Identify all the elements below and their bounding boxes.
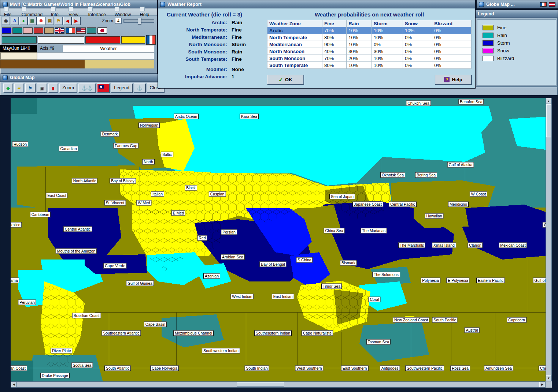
teal-swatch-2[interactable] (87, 27, 96, 34)
white-bar[interactable] (38, 36, 84, 44)
help-button[interactable]: ? Help (435, 75, 472, 85)
sea-zone-label-caspian[interactable]: Caspian (209, 191, 226, 197)
sea-zone-label-kara-sea[interactable]: Kara Sea (240, 114, 259, 119)
scroll-right-button[interactable]: ▶ (539, 382, 545, 387)
sea-zone-label-mendicino[interactable]: Mendicino (448, 202, 469, 207)
weather-report-titlebar[interactable]: Weather Report (158, 0, 475, 8)
sea-zone-label-peruvian[interactable]: Peruvian (18, 300, 36, 305)
table-row-south-monsoon[interactable]: South Monsoon70%20%10%0%0% (267, 55, 472, 62)
sea-zone-label-polynesia[interactable]: Polynesia (421, 278, 440, 283)
sea-zone-label-canadian[interactable]: Canadian (59, 146, 78, 152)
sea-zone-label-china-sea[interactable]: China Sea (324, 228, 344, 234)
counter-icon[interactable]: ▰ (14, 83, 24, 93)
sea-zone-label-persian[interactable]: Persian (221, 229, 237, 235)
sea-zone-label-eastern-pacific[interactable]: Eastern Pacific (476, 278, 505, 283)
sea-zone-label-g-mexico[interactable]: G Mexico (543, 222, 546, 228)
zoom-button[interactable]: Zoom (59, 83, 77, 93)
flag-icon[interactable]: ⚑ (55, 17, 63, 25)
sea-zone-label-capricorn[interactable]: Capricorn (507, 317, 526, 323)
france-flag[interactable] (66, 27, 75, 34)
sea-zone-label-brazilian-coast[interactable]: Brazilian Coast (72, 313, 101, 318)
sea-zone-label-southeastern-indian[interactable]: Southeastern Indian (254, 331, 292, 336)
table-row-arctic[interactable]: Arctic70%10%10%10%0% (267, 27, 472, 34)
sea-zone-label-austral[interactable]: Austral (465, 328, 480, 333)
vertical-scroll-thumb[interactable] (546, 104, 551, 137)
sea-zone-label-river-plate[interactable]: River Plate (51, 348, 72, 354)
horizontal-scroll-track-right[interactable] (284, 382, 539, 387)
vertical-scrollbar[interactable]: ▲ ▼ (546, 98, 552, 381)
sea-zone-label-the-marianas[interactable]: The Marianas (361, 228, 387, 234)
taiwan-flag-button[interactable] (97, 83, 110, 93)
save-icon[interactable]: ▣ (37, 83, 47, 93)
ship-icon-button[interactable]: ⚓ (134, 83, 145, 93)
sea-zone-label-drake-passage[interactable]: Drake Passage (40, 373, 70, 378)
scroll-left-button[interactable]: ◀ (11, 382, 17, 387)
sea-zone-label-bismark[interactable]: Bismark (340, 260, 357, 266)
sea-zone-label-cape-norvegia[interactable]: Cape Norvegia (150, 366, 179, 371)
sea-zone-label-south-pacific[interactable]: South Pacific (432, 317, 457, 323)
horizontal-scroll-thumb[interactable] (237, 382, 284, 387)
sea-zone-label-central-atlantic[interactable]: Central Atlantic (63, 227, 92, 232)
sea-zone-label-denmark[interactable]: Denmark (101, 131, 119, 137)
sea-zone-label-chilean-coast[interactable]: Chilean Coast (539, 366, 546, 371)
text-label-icon[interactable]: A (11, 17, 19, 25)
sea-zone-label-bering-sea[interactable]: Bering Sea (415, 172, 437, 178)
sea-zone-label-mexican-coast[interactable]: Mexican Coast (499, 243, 527, 248)
sea-zone-label-southwestern-pacific[interactable]: Southwestern Pacific (405, 366, 444, 371)
sea-zone-label-xmas-island[interactable]: Xmas Island (432, 243, 456, 248)
horizontal-scroll-track[interactable] (17, 382, 237, 387)
scroll-down-button[interactable]: ▼ (546, 375, 551, 381)
sea-zone-label-bay-of-bengal[interactable]: Bay of Bengal (259, 262, 286, 267)
sea-zone-label-faeroes-gap[interactable]: Faeroes Gap (113, 143, 138, 149)
sea-zone-label-sea-of-japan[interactable]: Sea of Japan (329, 194, 355, 199)
sea-zone-label-amundsen-sea[interactable]: Amundsen Sea (484, 366, 513, 371)
sea-zone-label-east-coast[interactable]: East Coast (46, 193, 67, 198)
blue-swatch[interactable] (2, 27, 11, 34)
sea-zone-label-beaufort-sea[interactable]: Beaufort Sea (458, 99, 484, 105)
sea-zone-label-red[interactable]: Red (197, 235, 207, 241)
sea-zone-label-arctic-ocean[interactable]: Arctic Ocean (174, 114, 199, 119)
sea-zone-label-the-solomons[interactable]: The Solomons (372, 272, 400, 277)
sea-zone-label-north[interactable]: North (142, 159, 155, 165)
sea-zone-label-hawaiian[interactable]: Hawaiian (425, 213, 443, 219)
legend-button[interactable]: Legend (111, 83, 132, 93)
next-icon[interactable]: ▶ (72, 17, 80, 25)
sea-zone-label-black[interactable]: Black (185, 185, 197, 191)
yellow-bar[interactable] (121, 36, 145, 44)
teal-bar[interactable] (2, 36, 37, 44)
sea-zone-label-w-med[interactable]: W Med (136, 200, 151, 206)
sea-zone-label-arabian-sea[interactable]: Arabian Sea (221, 254, 245, 260)
red-bar[interactable] (85, 36, 120, 44)
sea-zone-label-east-indian[interactable]: East Indian (272, 294, 294, 299)
sea-zone-label-mexico[interactable]: Mexico (11, 222, 22, 228)
vertical-scroll-track[interactable] (546, 138, 551, 375)
sea-zone-label-st-vincent[interactable]: St. Vincent (104, 200, 126, 206)
naval-units-button[interactable]: ⚓⚓ (78, 83, 96, 93)
sea-zone-label-southeastern-atlantic[interactable]: Southeastern Atlantic (101, 331, 141, 336)
sea-zone-label-hudson[interactable]: Hudson (12, 142, 28, 147)
sea-zone-label-cape-naturaliste[interactable]: Cape Naturaliste (302, 331, 333, 336)
sea-zone-label-azanian[interactable]: Azanian (203, 273, 220, 279)
ok-button[interactable]: ✓ OK (267, 75, 304, 85)
sea-zone-label-e-med[interactable]: E Med (171, 210, 185, 216)
sea-zone-label-timor-sea[interactable]: Timor Sea (321, 284, 342, 289)
sea-zone-label-cape-verde[interactable]: Cape Verde (103, 263, 126, 269)
usa-flag[interactable] (76, 27, 86, 34)
sea-zone-label-new-zealand-coast[interactable]: New Zealand Coast (393, 317, 429, 323)
sea-zone-label-panama[interactable]: Panama (11, 278, 19, 283)
sea-zone-label-s-china[interactable]: S China (296, 257, 313, 263)
sea-zone-label-southwestern-indian[interactable]: Southwestern Indian (202, 348, 240, 354)
legend-titlebar[interactable]: Legend (476, 10, 558, 18)
flag-icon[interactable]: ⚑ (25, 83, 35, 93)
sea-zone-label-caribbean[interactable]: Caribbean (30, 212, 51, 217)
zoom-slider-thumb[interactable] (138, 18, 141, 24)
table-row-mediterranean[interactable]: Mediterranean90%10%0%0%0% (267, 41, 472, 48)
thermometer-icon[interactable]: ▮ (48, 83, 58, 93)
sea-zone-label-ross-sea[interactable]: Ross Sea (450, 366, 470, 371)
sea-zone-label-mouths-of-the-amazon[interactable]: Mouths of the Amazon (56, 249, 97, 254)
map-viewport[interactable]: Chukchi SeaBeaufort SeaArctic OceanKara … (11, 98, 546, 381)
globe-map-titlebar[interactable]: Globe Map ... (477, 0, 558, 8)
sea-zone-label-west-southern[interactable]: West Southern (295, 366, 323, 371)
sea-zone-label-north-atlantic[interactable]: North Atlantic (72, 178, 97, 184)
sea-zone-label-east-southern[interactable]: East Southern (341, 366, 369, 371)
